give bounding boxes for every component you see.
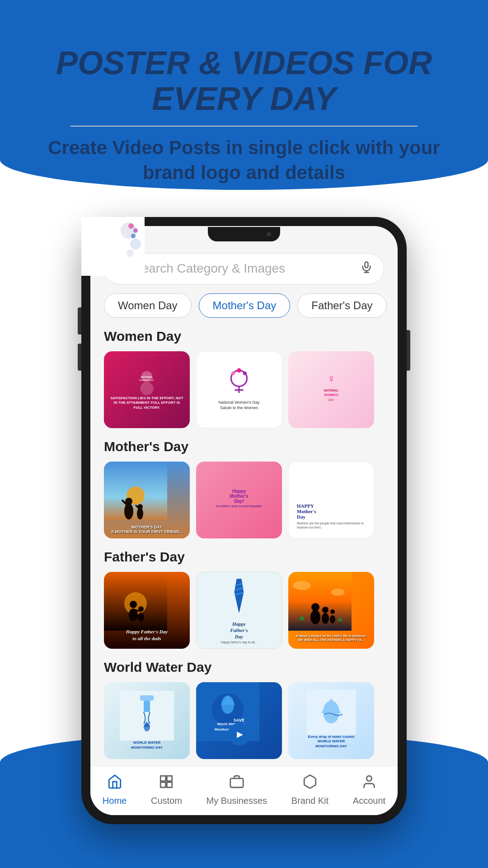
header-section: POSTER & VIDEOS FOR EVERY DAY Create Vid… [0,0,488,199]
section-women-day: Women Day NATIONAL WOMEN'S DAY [90,318,398,428]
search-placeholder-text[interactable]: Search Category & Images [133,261,355,276]
nav-label-home: Home [103,796,127,806]
svg-rect-82 [167,782,172,787]
card-women-day-1[interactable]: NATIONAL WOMEN'S DAY SATISFACTION LIES I… [104,351,190,428]
svg-point-60 [330,615,335,623]
bottom-nav: Home Custom [90,766,398,815]
home-icon [107,774,122,793]
nav-label-brand-kit: Brand Kit [291,796,328,806]
nav-item-account[interactable]: Account [353,774,385,806]
svg-point-12 [237,368,241,373]
nav-item-brand-kit[interactable]: Brand Kit [291,774,328,806]
divider [70,126,418,127]
svg-rect-2 [365,262,368,268]
svg-point-57 [322,607,328,613]
custom-icon [159,774,174,793]
svg-rect-79 [161,776,166,781]
section-mothers-day: Mother's Day [90,428,398,538]
brand-kit-icon [302,774,318,793]
section-title-women-day: Women Day [104,329,384,344]
svg-rect-52 [288,572,352,631]
category-pills: Women Day Mother's Day Father's Day [90,284,398,318]
world-water-art-1 [120,691,174,741]
cards-row-fathers-day: Happy Father's Dayto all the dads [104,572,384,649]
play-button-water-day[interactable] [228,723,250,745]
svg-point-58 [322,613,329,624]
card-women-day-3[interactable]: ♀ NATIONAL WOMEN'S DAY [288,351,374,428]
nav-item-my-businesses[interactable]: My Businesses [206,774,267,806]
card-fathers-day-1[interactable]: Happy Father's Dayto all the dads [104,572,190,649]
nav-item-custom[interactable]: Custom [151,774,182,806]
svg-point-59 [330,609,335,614]
side-button-volume-down [78,344,81,371]
microphone-icon[interactable] [360,261,373,277]
card-world-water-day-3[interactable]: Every drop of water countsWORLD WATERMON… [288,682,374,759]
svg-text:NATIONAL: NATIONAL [324,389,339,392]
svg-rect-67 [144,701,150,712]
cards-row-mothers-day: MOTHER'S DAYA MOTHER IS YOUR FIRST FRIEN… [104,462,384,538]
card-world-water-day-1[interactable]: WORLD WATERMONITORING DAY [104,682,190,759]
svg-point-6 [140,382,153,395]
fathers-day-art-2 [212,577,266,621]
section-title-mothers-day: Mother's Day [104,439,384,454]
category-pill-mothers-day[interactable]: Mother's Day [199,293,291,318]
svg-point-64 [338,618,342,622]
svg-text:WOMEN'S: WOMEN'S [324,393,339,396]
camera-dot [267,232,271,236]
svg-point-53 [293,581,311,590]
svg-point-45 [138,613,144,622]
section-fathers-day: Father's Day [90,538,398,649]
section-world-water-day: World Water Day [90,649,398,759]
svg-point-84 [366,776,371,781]
my-businesses-icon [229,774,244,793]
section-title-fathers-day: Father's Day [104,549,384,565]
nav-label-account: Account [353,796,385,806]
svg-rect-81 [161,782,166,787]
svg-rect-83 [230,778,243,787]
world-water-art-3 [306,689,356,735]
category-pill-fathers-day[interactable]: Father's Day [297,293,386,318]
mothers-day-art-1 [104,462,167,520]
category-pill-women-day[interactable]: Women Day [104,293,192,318]
sub-title: Create Video Posts in single click with … [27,136,461,185]
svg-text:DAY: DAY [328,398,334,401]
women-day-art-3: ♀ NATIONAL WOMEN'S DAY [313,372,349,408]
nav-label-custom: Custom [151,796,182,806]
card-mothers-day-1[interactable]: MOTHER'S DAYA MOTHER IS YOUR FIRST FRIEN… [104,462,190,538]
svg-point-42 [130,601,137,608]
card-fathers-day-3[interactable]: A father's impact on his child's life is… [288,572,374,649]
svg-rect-66 [140,695,154,701]
svg-rect-80 [167,776,172,781]
card-mothers-day-3[interactable]: HAPPYMother'sDay Mothers are the people … [288,462,374,538]
side-button-volume-up [78,307,81,335]
phone-notch [208,227,280,241]
svg-point-13 [243,372,247,375]
card-women-day-2[interactable]: National Women's DaySalute to the Women [196,351,282,428]
svg-point-62 [300,616,304,621]
nav-label-my-businesses: My Businesses [206,796,267,806]
cards-row-women-day: NATIONAL WOMEN'S DAY SATISFACTION LIES I… [104,351,384,428]
card-world-water-day-2[interactable]: World Water Monitoring Day SAVEWater [196,682,282,759]
women-day-art-1: NATIONAL WOMEN'S DAY [131,369,163,396]
cards-row-world-water-day: WORLD WATERMONITORING DAY World Water [104,682,384,759]
svg-text:NATIONAL: NATIONAL [141,376,153,378]
phone-frame: Search Category & Images Women Day Mothe… [81,217,407,824]
fathers-day-art-3 [288,572,352,631]
women-day-art-2 [221,364,257,400]
nav-item-home[interactable]: Home [103,774,127,806]
svg-text:♀: ♀ [327,373,335,385]
fathers-day-art-1 [104,572,167,631]
svg-point-56 [310,610,320,624]
search-bar[interactable]: Search Category & Images [104,253,384,284]
card-mothers-day-2[interactable]: ♥ HappyMother'sDay! A mother's love is m… [196,462,282,538]
svg-point-14 [231,372,235,375]
card-fathers-day-2[interactable]: HappyFather'sDay Happy father's day to a… [196,572,282,649]
account-icon [361,774,377,793]
phone-screen: Search Category & Images Women Day Mothe… [90,226,398,815]
svg-text:WOMEN'S DAY: WOMEN'S DAY [140,379,155,382]
main-title: POSTER & VIDEOS FOR EVERY DAY [27,45,461,117]
phone-mockup: Search Category & Images Women Day Mothe… [81,217,407,824]
section-title-world-water-day: World Water Day [104,660,384,675]
svg-point-54 [331,589,345,596]
side-button-power [407,330,410,371]
